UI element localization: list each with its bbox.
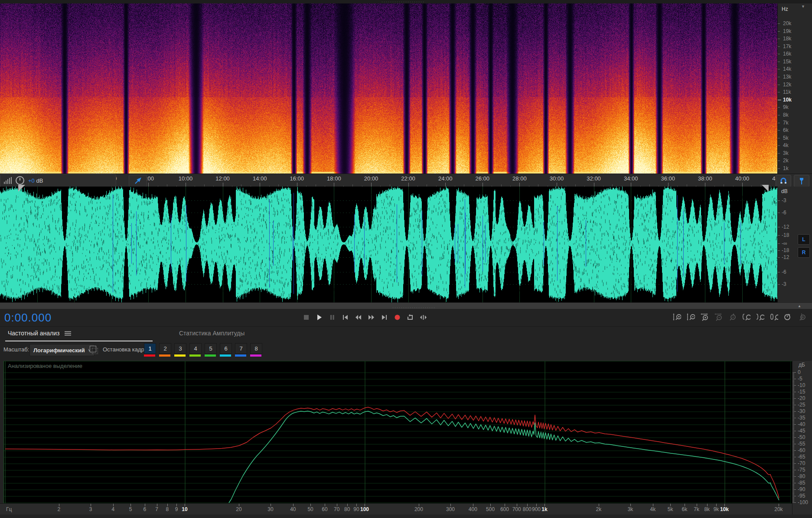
copy-graph-icon[interactable] [90, 346, 96, 352]
zoom-in-horizontal-button[interactable] [700, 311, 709, 324]
record-button[interactable] [394, 311, 401, 324]
db-axis-tick [792, 440, 794, 440]
db-axis-tick [792, 433, 794, 434]
freeze-frame-4[interactable]: 4 [189, 343, 202, 357]
rewind-button[interactable] [355, 311, 362, 324]
freeze-frame-button[interactable]: 3 [174, 343, 186, 354]
skip-to-end-button[interactable] [381, 311, 388, 324]
frequency-chart-area[interactable] [3, 361, 792, 504]
loop-playback-button[interactable] [407, 311, 414, 324]
freeze-frame-1[interactable]: 1 [144, 343, 156, 357]
freeze-frame-button[interactable]: 7 [235, 343, 247, 354]
db-axis-tick [792, 482, 794, 482]
freeze-frame-button[interactable]: 4 [189, 343, 202, 354]
zoom-to-in-point-button[interactable] [742, 311, 750, 324]
db-axis-tick [792, 457, 796, 457]
db-axis-tick [792, 456, 794, 456]
zoom-time-scale-button[interactable] [783, 311, 792, 324]
timeline-label: 28:00 [512, 175, 527, 182]
tab-frequency-analysis[interactable]: Частотный анализ [8, 330, 71, 337]
timeline-label: 40:00 [735, 175, 750, 182]
frequency-axis-label: 5 [129, 506, 132, 512]
zoom-to-playhead-button[interactable] [797, 311, 806, 324]
tab-label: Частотный анализ [8, 330, 59, 337]
freeze-frame-button[interactable]: 6 [220, 343, 232, 354]
freeze-frame-2[interactable]: 2 [159, 343, 171, 357]
db-axis-tick [792, 441, 794, 442]
freeze-frame-button[interactable]: 8 [250, 343, 262, 354]
stop-button[interactable] [303, 311, 310, 324]
hamburger-icon[interactable] [65, 331, 71, 336]
skip-to-start-button[interactable] [342, 311, 349, 324]
freeze-frame-color-bar [189, 354, 201, 357]
zoom-reset-button[interactable] [728, 311, 737, 324]
freeze-frame-button[interactable]: 2 [159, 343, 171, 354]
db-axis-tick [792, 491, 794, 491]
corner-handle-top-left[interactable] [18, 185, 25, 192]
clock-icon[interactable] [15, 176, 25, 185]
frequency-tick [778, 153, 780, 154]
fast-forward-button[interactable] [368, 311, 375, 324]
amplitude-label: -12 [782, 224, 789, 230]
frequency-tick [778, 46, 780, 47]
zoom-out-horizontal-button[interactable] [714, 311, 723, 324]
zoom-in-vertical-icon [673, 313, 681, 321]
dropdown-arrow-icon[interactable]: ▼ [801, 4, 805, 9]
frequency-label: 9k [783, 104, 789, 110]
panel-grip-dots[interactable]: ···················· [392, 306, 436, 309]
play-button[interactable] [316, 311, 323, 324]
frequency-tick [778, 107, 780, 108]
db-axis-label: -65 [798, 454, 805, 460]
channel-left-button[interactable]: L [798, 234, 810, 245]
channel-right-button[interactable]: R [798, 247, 810, 258]
zoom-to-out-point-button[interactable] [756, 311, 764, 324]
db-axis-tick [792, 465, 794, 465]
pin-icon [134, 177, 141, 184]
skip-selection-button[interactable] [420, 311, 427, 324]
waveform-display[interactable] [0, 187, 777, 302]
marker-button[interactable] [794, 175, 809, 187]
zoom-to-selection-button[interactable] [770, 311, 778, 324]
frequency-label: 20k [783, 20, 791, 26]
freeze-frame-8[interactable]: 8 [250, 343, 262, 357]
pin-button[interactable] [129, 175, 147, 187]
scale-dropdown[interactable]: Логарифмический ˅ [29, 344, 95, 356]
db-axis-label: -40 [798, 421, 805, 427]
scrollbar-arrow-icon[interactable]: ▲ [798, 304, 801, 308]
frequency-unit-label: Hz [782, 6, 788, 12]
hud-toolbar[interactable]: +0 dB [0, 174, 116, 187]
zoom-out-vertical-button[interactable] [686, 311, 695, 324]
pause-button[interactable] [329, 311, 336, 324]
freeze-frame-7[interactable]: 7 [235, 343, 247, 357]
frequency-axis-label: 6 [143, 506, 147, 512]
snap-button[interactable] [776, 175, 791, 187]
freeze-frame-button[interactable]: 1 [144, 343, 156, 354]
freeze-label: Остановка кадра: [103, 346, 149, 353]
timeline-label: 36:00 [661, 175, 675, 182]
db-axis-tick [792, 443, 794, 443]
panel-grip-dots[interactable]: ···················· [382, 0, 425, 3]
timeline-ruler[interactable]: 4:006:008:0010:0012:0014:0016:0018:0020:… [0, 174, 812, 187]
time-display[interactable]: 0:00.000 [4, 311, 52, 325]
scale-dropdown-value: Логарифмический [33, 347, 85, 354]
db-axis-tick [792, 419, 794, 420]
audition-window: ···················· Hz20k19k18k17k16k15… [0, 0, 812, 518]
gain-value[interactable]: +0 dB [28, 177, 43, 184]
amplitude-label: -6 [782, 269, 786, 275]
db-axis-tick [792, 376, 794, 377]
db-axis-tick [792, 402, 794, 403]
tab-label: Статистика Амплитуды [179, 330, 245, 337]
frequency-tick [778, 145, 780, 146]
tab-amplitude-statistics[interactable]: Статистика Амплитуды [179, 330, 245, 337]
spectrogram-display[interactable] [0, 3, 777, 174]
corner-handle-top-right[interactable] [762, 185, 769, 192]
freeze-frame-3[interactable]: 3 [174, 343, 186, 357]
db-axis-tick [792, 414, 794, 414]
freeze-frame-6[interactable]: 6 [220, 343, 232, 357]
freeze-frame-5[interactable]: 5 [205, 343, 217, 357]
freeze-frame-button[interactable]: 5 [205, 343, 217, 354]
db-axis-tick [792, 448, 794, 448]
zoom-in-vertical-button[interactable] [672, 311, 681, 324]
frequency-label: 2k [783, 157, 789, 164]
spectrogram-frequency-ruler[interactable]: Hz20k19k18k17k16k15k14k13k12k11k10k9k8k7… [777, 3, 812, 174]
